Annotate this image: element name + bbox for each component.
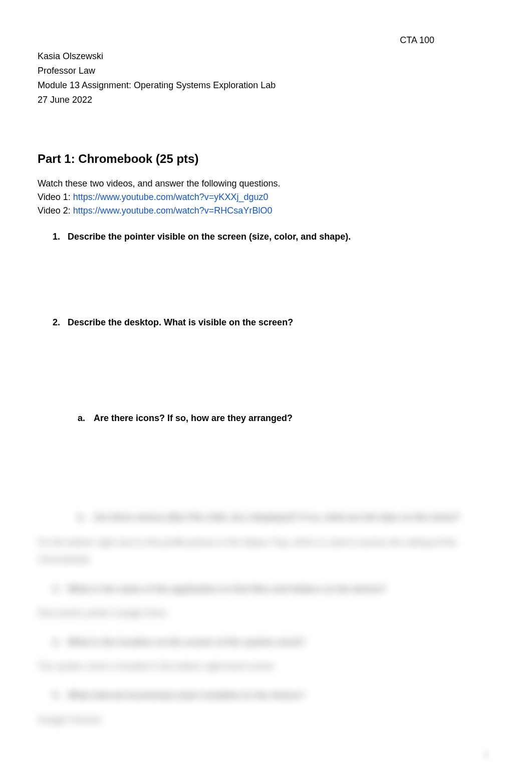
question-5-blurred: 5. What internet browser(s) is/are insta…	[53, 687, 494, 704]
question-1: 1. Describe the pointer visible on the s…	[53, 232, 494, 242]
intro-block: Watch these two videos, and answer the f…	[38, 177, 494, 218]
video-2-line: Video 2: https://www.youtube.com/watch?v…	[38, 204, 494, 218]
q2a-marker: a.	[78, 413, 94, 424]
video-2-label: Video 2:	[38, 206, 73, 216]
question-2a: a. Are there icons? If so, how are they …	[78, 413, 494, 424]
question-3-blurred: 3. What is the name of the application t…	[53, 580, 494, 598]
question-2: 2. Describe the desktop. What is visible…	[53, 317, 494, 328]
page-number: 1	[478, 749, 494, 760]
assignment-title: Module 13 Assignment: Operating Systems …	[38, 79, 494, 92]
q4-marker: 4.	[53, 634, 68, 651]
q5-marker: 5.	[53, 687, 68, 704]
q3-answer-blurred: Documents and/or Google Drive.	[38, 605, 494, 622]
q2b-marker: b.	[78, 509, 94, 526]
q2-text: Describe the desktop. What is visible on…	[68, 317, 293, 328]
question-4-blurred: 4. What is the location on the screen of…	[53, 634, 494, 651]
video-2-link[interactable]: https://www.youtube.com/watch?v=RHCsaYrB…	[73, 206, 273, 216]
q3-text: What is the name of the application to f…	[68, 580, 386, 598]
video-1-line: Video 1: https://www.youtube.com/watch?v…	[38, 190, 494, 204]
q5-answer-blurred: Google Chrome	[38, 711, 494, 728]
q4-text: What is the location on the screen of th…	[68, 634, 306, 651]
q2-marker: 2.	[53, 317, 68, 328]
q3-marker: 3.	[53, 580, 68, 598]
part-1-heading: Part 1: Chromebook (25 pts)	[38, 152, 494, 166]
q1-text: Describe the pointer visible on the scre…	[68, 232, 351, 242]
q2b-text: Are there menus (like File, Edit, etc.) …	[94, 509, 460, 526]
q1-marker: 1.	[53, 232, 68, 242]
question-list: 1. Describe the pointer visible on the s…	[53, 232, 494, 328]
student-info-block: Kasia Olszewski Professor Law Module 13 …	[38, 50, 494, 107]
document-page: CTA 100 Kasia Olszewski Professor Law Mo…	[0, 0, 532, 760]
sub-question-list: a. Are there icons? If so, how are they …	[78, 413, 494, 424]
intro-line: Watch these two videos, and answer the f…	[38, 177, 494, 190]
professor-name: Professor Law	[38, 64, 494, 78]
student-name: Kasia Olszewski	[38, 50, 494, 63]
q5-text: What internet browser(s) is/are installe…	[68, 687, 305, 704]
video-1-label: Video 1:	[38, 192, 73, 202]
q2a-text: Are there icons? If so, how are they arr…	[94, 413, 293, 424]
divider	[38, 494, 494, 499]
blurred-content: b. Are there menus (like File, Edit, etc…	[38, 509, 494, 728]
video-1-link[interactable]: https://www.youtube.com/watch?v=yKXXj_dg…	[73, 192, 269, 202]
assignment-date: 27 June 2022	[38, 93, 494, 107]
q2b-answer-blurred: On the bottom right next to the profile …	[38, 534, 494, 568]
q4-answer-blurred: The system clock is located in the botto…	[38, 658, 494, 675]
question-2b-blurred: b. Are there menus (like File, Edit, etc…	[78, 509, 494, 526]
course-code: CTA 100	[38, 35, 494, 46]
